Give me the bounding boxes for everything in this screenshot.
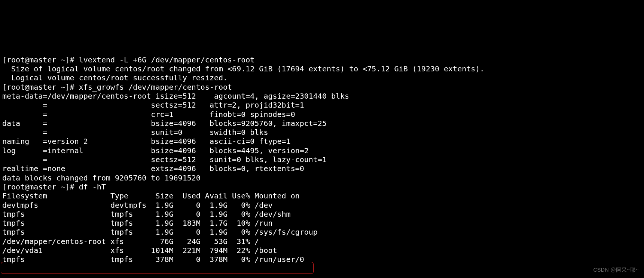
- xfs-output-line: = sectsz=512 attr=2, projid32bit=1: [2, 101, 304, 109]
- df-row: tmpfs tmpfs 378M 0 378M 0% /run/user/0: [2, 255, 304, 264]
- watermark: CSDN @阿呆~耶~: [593, 265, 639, 274]
- prompt: [root@master ~]#: [2, 55, 79, 64]
- xfs-output-line: data = bsize=4096 blocks=9205760, imaxpc…: [2, 119, 327, 128]
- xfs-output-line: data blocks changed from 9205760 to 1969…: [2, 173, 201, 182]
- df-header: Filesystem Type Size Used Avail Use% Mou…: [2, 191, 300, 200]
- xfs-output-line: = sectsz=512 sunit=0 blks, lazy-count=1: [2, 155, 327, 164]
- xfs-output-line: = sunit=0 swidth=0 blks: [2, 128, 268, 137]
- prompt: [root@master ~]#: [2, 83, 79, 92]
- terminal[interactable]: [root@master ~]# lvextend -L +6G /dev/ma…: [0, 45, 644, 274]
- command-df: df -hT: [79, 182, 106, 191]
- prompt: [root@master ~]#: [2, 182, 79, 191]
- command-lvextend: lvextend -L +6G /dev/mapper/centos-root: [79, 55, 255, 64]
- df-row: /dev/vda1 xfs 1014M 221M 794M 22% /boot: [2, 246, 277, 255]
- xfs-output-line: log =internal bsize=4096 blocks=4495, ve…: [2, 146, 309, 155]
- command-xfs-growfs: xfs_growfs /dev/mapper/centos-root: [79, 83, 232, 92]
- lvextend-output-line-1: Size of logical volume centos/root chang…: [2, 64, 484, 73]
- df-row: tmpfs tmpfs 1.9G 183M 1.7G 10% /run: [2, 219, 272, 228]
- df-row-highlighted: /dev/mapper/centos-root xfs 76G 24G 53G …: [2, 237, 259, 246]
- df-row: devtmpfs devtmpfs 1.9G 0 1.9G 0% /dev: [2, 201, 272, 210]
- xfs-output-line: realtime =none extsz=4096 blocks=0, rtex…: [2, 164, 304, 173]
- xfs-output-line: = crc=1 finobt=0 spinodes=0: [2, 110, 295, 119]
- xfs-output-line: naming =version 2 bsize=4096 ascii-ci=0 …: [2, 137, 291, 146]
- lvextend-output-line-2: Logical volume centos/root successfully …: [2, 73, 228, 82]
- xfs-output-line: meta-data=/dev/mapper/centos-root isize=…: [2, 92, 349, 101]
- df-row: tmpfs tmpfs 1.9G 0 1.9G 0% /sys/fs/cgrou…: [2, 228, 318, 237]
- df-row: tmpfs tmpfs 1.9G 0 1.9G 0% /dev/shm: [2, 210, 291, 219]
